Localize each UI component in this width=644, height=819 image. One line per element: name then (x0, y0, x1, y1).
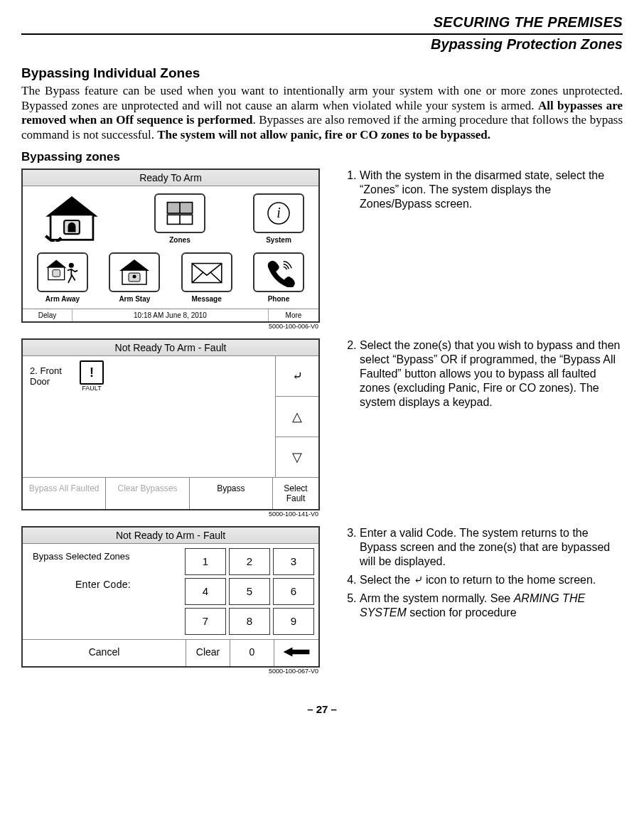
fig-code-1: 5000-100-006-V0 (21, 323, 318, 330)
system-button[interactable]: i (253, 193, 304, 233)
bypass-button[interactable]: Bypass (190, 478, 273, 509)
fault-icon: ! (80, 360, 104, 385)
zones-button[interactable] (154, 193, 205, 233)
chapter-title: SECURING THE PREMISES (21, 14, 623, 31)
key-9[interactable]: 9 (273, 608, 314, 635)
intro-paragraph: The Bypass feature can be used when you … (21, 84, 623, 143)
return-icon: ⤶ (292, 368, 303, 384)
svg-point-12 (69, 263, 74, 268)
clear-button[interactable]: Clear (186, 640, 230, 666)
triangle-down-icon: ▽ (292, 449, 302, 465)
intro-text-1: The Bypass feature can be used when you … (21, 84, 623, 112)
arm-stay-button[interactable] (109, 252, 160, 292)
key-2[interactable]: 2 (229, 548, 270, 575)
fault-label: FAULT (80, 385, 104, 392)
fig-code-2: 5000-100-141-V0 (21, 510, 318, 518)
step-2: Select the zone(s) that you wish to bypa… (360, 338, 623, 410)
phone-button[interactable] (253, 252, 304, 292)
house-icon (40, 193, 104, 244)
key-0[interactable]: 0 (230, 640, 274, 666)
select-fault-button[interactable]: Select Fault (273, 478, 318, 509)
panel-not-ready-fault: Not Ready To Arm - Fault 2. Front Door !… (21, 338, 320, 510)
zones-label: Zones (169, 236, 190, 244)
svg-marker-13 (119, 259, 149, 271)
panel-ready-to-arm: Ready To Arm Zones (21, 168, 320, 323)
step-3: Enter a valid Code. The system returns t… (360, 526, 623, 569)
delay-button[interactable]: Delay (23, 309, 73, 321)
message-button[interactable] (181, 252, 232, 292)
scroll-up-button[interactable]: △ (276, 397, 318, 437)
keypad: 1 2 3 4 5 6 7 8 9 (185, 548, 314, 635)
step-5: Arm the system normally. See ARMING THE … (360, 592, 623, 620)
key-4[interactable]: 4 (185, 578, 226, 605)
arm-away-label: Arm Away (45, 295, 80, 303)
step-4: Select the ⤶ icon to return to the home … (360, 573, 623, 587)
cancel-button[interactable]: Cancel (23, 640, 186, 666)
key-8[interactable]: 8 (229, 608, 270, 635)
key-3[interactable]: 3 (273, 548, 314, 575)
scroll-down-button[interactable]: ▽ (276, 437, 318, 477)
key-1[interactable]: 1 (185, 548, 226, 575)
page-number: – 27 – (21, 703, 623, 715)
key-5[interactable]: 5 (229, 578, 270, 605)
return-icon-inline: ⤶ (414, 574, 423, 586)
subsection-heading: Bypassing zones (21, 150, 623, 164)
section-subtitle: Bypassing Protection Zones (21, 36, 623, 53)
svg-marker-9 (46, 259, 66, 267)
step-1: With the system in the disarmed state, s… (360, 168, 623, 211)
clear-bypasses-button[interactable]: Clear Bypasses (106, 478, 189, 509)
arm-away-button[interactable] (37, 252, 88, 292)
svg-point-16 (133, 274, 136, 278)
bypass-selected-zones-label: Bypass Selected Zones (33, 551, 179, 562)
backspace-button[interactable] (274, 640, 318, 666)
back-button[interactable]: ⤶ (276, 356, 318, 397)
arm-stay-label: Arm Stay (119, 295, 150, 303)
message-label: Message (192, 295, 222, 303)
section-heading: Bypassing Individual Zones (21, 65, 623, 81)
triangle-up-icon: △ (292, 409, 302, 424)
datetime-label: 10:18 AM June 8, 2010 (73, 309, 269, 321)
fig-code-3: 5000-100-067-V0 (21, 668, 318, 675)
zone-name: 2. Front Door (30, 365, 73, 387)
intro-bold-2: The system will not allow panic, fire or… (157, 128, 490, 141)
backspace-arrow-icon (282, 646, 311, 660)
key-6[interactable]: 6 (273, 578, 314, 605)
system-label: System (266, 236, 291, 244)
svg-marker-0 (45, 196, 97, 217)
panel2-title: Not Ready To Arm - Fault (23, 340, 318, 356)
bypass-all-faulted-button[interactable]: Bypass All Faulted (23, 478, 106, 509)
panel1-title: Ready To Arm (23, 170, 318, 186)
enter-code-label: Enter Code: (27, 579, 179, 590)
phone-label: Phone (268, 295, 290, 303)
panel-enter-code: Not Ready to Arm - Fault Bypass Selected… (21, 526, 320, 668)
svg-text:i: i (277, 205, 281, 220)
svg-rect-11 (53, 269, 60, 277)
key-7[interactable]: 7 (185, 608, 226, 635)
panel3-title: Not Ready to Arm - Fault (23, 528, 318, 544)
more-button[interactable]: More (269, 309, 318, 321)
